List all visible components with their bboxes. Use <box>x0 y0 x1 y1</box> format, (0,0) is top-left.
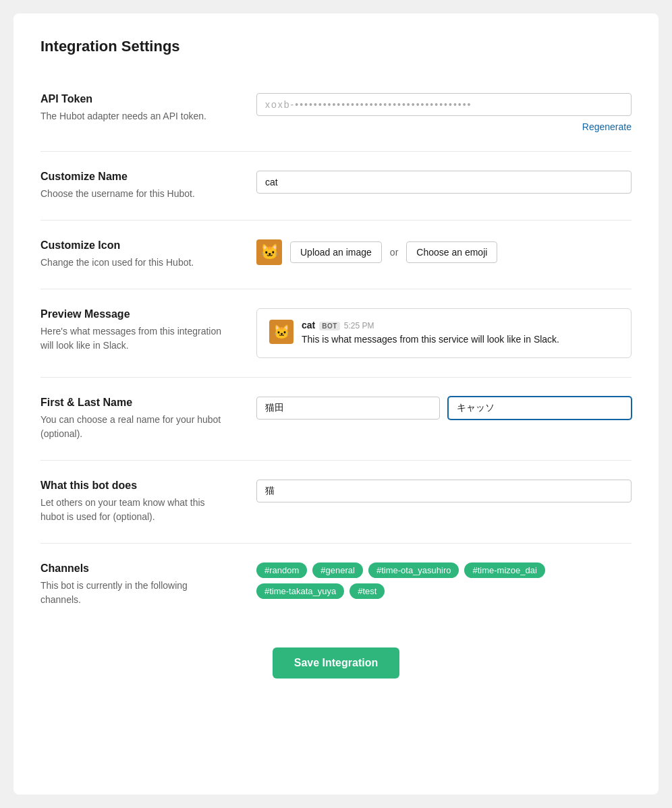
preview-name-row: cat BOT 5:25 PM <box>302 320 559 330</box>
channels-desc: This bot is currently in the following c… <box>40 579 229 607</box>
channel-tag: #general <box>312 562 363 578</box>
channel-tag: #time-takata_yuya <box>256 583 344 599</box>
customize-name-title: Customize Name <box>40 171 229 183</box>
preview-message-section: Preview Message Here's what messages fro… <box>40 289 632 378</box>
channel-tag: #time-ota_yasuhiro <box>368 562 459 578</box>
preview-bot-badge: BOT <box>319 322 340 330</box>
api-token-section: API Token The Hubot adapter needs an API… <box>40 74 632 152</box>
choose-emoji-button[interactable]: Choose an emoji <box>406 241 497 263</box>
icon-row: 🐱 Upload an image or Choose an emoji <box>256 239 632 265</box>
first-last-name-title: First & Last Name <box>40 397 229 409</box>
channel-tag: #test <box>349 583 385 599</box>
or-divider: or <box>390 247 398 258</box>
what-bot-does-section: What this bot does Let others on your te… <box>40 461 632 544</box>
last-name-input[interactable] <box>448 397 632 420</box>
preview-cat-icon: 🐱 <box>273 324 290 340</box>
customize-icon-section: Customize Icon Change the icon used for … <box>40 221 632 289</box>
first-last-name-section: First & Last Name You can choose a real … <box>40 378 632 461</box>
name-row <box>256 397 632 420</box>
customize-name-section: Customize Name Choose the username for t… <box>40 152 632 221</box>
preview-box: 🐱 cat BOT 5:25 PM This is what messages … <box>256 308 632 358</box>
api-token-title: API Token <box>40 93 229 105</box>
save-integration-button[interactable]: Save Integration <box>273 647 399 679</box>
channels-title: Channels <box>40 562 229 575</box>
what-bot-does-desc: Let others on your team know what this h… <box>40 496 229 524</box>
channels-section: Channels This bot is currently in the fo… <box>40 544 632 626</box>
customize-name-input[interactable] <box>256 171 632 194</box>
preview-title: Preview Message <box>40 308 229 320</box>
preview-username: cat <box>302 320 315 330</box>
api-token-input[interactable] <box>256 93 632 116</box>
customize-name-desc: Choose the username for this Hubot. <box>40 187 229 201</box>
preview-content: cat BOT 5:25 PM This is what messages fr… <box>302 320 559 347</box>
channel-tag: #time-mizoe_dai <box>464 562 544 578</box>
regenerate-link[interactable]: Regenerate <box>256 121 632 132</box>
what-bot-does-title: What this bot does <box>40 480 229 492</box>
cat-icon: 🐱 <box>260 243 279 261</box>
preview-time: 5:25 PM <box>344 321 374 330</box>
preview-avatar: 🐱 <box>269 320 293 344</box>
channels-list: #random#general#time-ota_yasuhiro#time-m… <box>256 562 632 599</box>
upload-image-button[interactable]: Upload an image <box>290 241 382 263</box>
api-token-desc: The Hubot adapter needs an API token. <box>40 109 229 123</box>
first-last-name-desc: You can choose a real name for your hubo… <box>40 413 229 441</box>
preview-message-text: This is what messages from this service … <box>302 333 559 347</box>
preview-desc: Here's what messages from this integrati… <box>40 324 229 353</box>
customize-icon-desc: Change the icon used for this Hubot. <box>40 256 229 270</box>
bot-icon-preview: 🐱 <box>256 239 282 265</box>
page-title: Integration Settings <box>40 38 632 55</box>
customize-icon-title: Customize Icon <box>40 239 229 252</box>
first-name-input[interactable] <box>256 397 440 420</box>
channel-tag: #random <box>256 562 307 578</box>
what-bot-does-input[interactable] <box>256 480 632 502</box>
